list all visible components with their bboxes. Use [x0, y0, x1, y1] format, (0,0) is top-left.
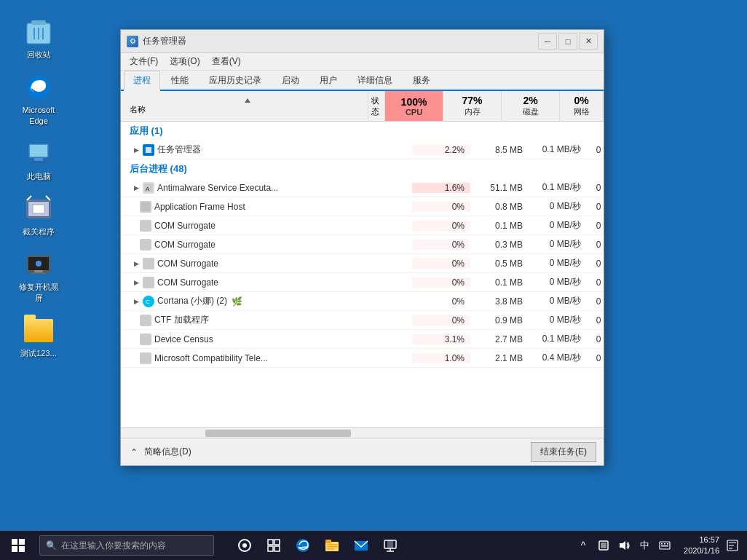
table-row[interactable]: CTF 加载程序 0% 0.9 MB 0 MB/秒 0 Mbps: [121, 311, 604, 330]
repair-icon[interactable]: 修复开机黑屏: [13, 247, 64, 306]
menu-file[interactable]: 文件(F): [124, 54, 164, 70]
proc-icon-ctf: [140, 315, 151, 326]
proc-cpu: 0%: [412, 277, 470, 288]
proc-cpu: 3.1%: [412, 334, 470, 344]
table-row[interactable]: ▶ 任务管理器 2.2% 8.5 MB 0.1 MB/秒 0 Mbps: [121, 141, 604, 159]
col-status[interactable]: 状态: [368, 91, 385, 121]
proc-icon-com3: [143, 258, 154, 269]
net-label: 网络: [574, 106, 590, 117]
proc-disk: 0 MB/秒: [529, 257, 587, 269]
svg-line-13: [27, 196, 31, 200]
screenshot-icon[interactable]: 截关程序: [13, 192, 64, 240]
system-clock[interactable]: 16:57 2020/1/16: [684, 535, 719, 557]
summary-label: 简略信息(D): [144, 446, 191, 458]
h-scrollbar-thumb[interactable]: [205, 430, 351, 437]
expand-icon[interactable]: ▶: [133, 184, 140, 192]
svg-line-38: [299, 547, 307, 548]
proc-icon-appframe: [140, 201, 151, 213]
proc-memory: 2.7 MB: [470, 334, 529, 344]
col-cpu[interactable]: 100% CPU: [385, 91, 443, 121]
edge-icon[interactable]: Microsoft Edge: [13, 70, 64, 129]
table-row[interactable]: ▶ C Cortana (小娜) (2) 🌿 0% 3.8 MB 0 MB/秒 …: [121, 292, 604, 311]
col-name[interactable]: 名称: [121, 91, 368, 121]
tray-tablet-icon[interactable]: [596, 538, 611, 553]
taskview-icon[interactable]: [232, 532, 258, 559]
svg-rect-35: [268, 546, 273, 551]
section-background: 后台进程 (48): [121, 159, 604, 178]
svg-rect-12: [33, 205, 44, 213]
end-task-button[interactable]: 结束任务(E): [531, 442, 596, 462]
process-name-mstele: Microsoft Compatibility Tele...: [121, 352, 368, 364]
proc-network: 0 Mbps: [587, 240, 604, 250]
svg-rect-59: [729, 545, 734, 546]
mem-label: 内存: [465, 106, 481, 117]
screenshot-label: 截关程序: [23, 226, 55, 237]
multiwindow-icon[interactable]: [261, 532, 287, 559]
tab-performance[interactable]: 性能: [162, 71, 198, 90]
tray-caret-icon[interactable]: ^: [576, 538, 590, 553]
col-network[interactable]: 0% 网络: [560, 91, 604, 121]
table-row[interactable]: Application Frame Host 0% 0.8 MB 0 MB/秒 …: [121, 197, 604, 216]
proc-network: 0 Mbps: [587, 145, 604, 155]
folder-icon-desktop[interactable]: 测试123...: [13, 313, 64, 361]
proc-disk: 0.1 MB/秒: [529, 143, 587, 156]
col-memory[interactable]: 77% 内存: [443, 91, 502, 121]
table-row[interactable]: ▶ COM Surrogate 0% 0.1 MB 0 MB/秒 0 Mbps: [121, 273, 604, 292]
proc-disk: 0 MB/秒: [529, 238, 587, 251]
table-row[interactable]: COM Surrogate 0% 0.3 MB 0 MB/秒 0 Mbps: [121, 235, 604, 254]
expand-icon[interactable]: ▶: [133, 146, 140, 154]
summary-arrow-icon[interactable]: ⌃: [128, 446, 140, 458]
svg-rect-33: [268, 540, 273, 545]
table-row[interactable]: Device Census 3.1% 2.7 MB 0.1 MB/秒 0 Mbp…: [121, 330, 604, 349]
recycle-bin-label: 回收站: [27, 50, 51, 60]
svg-rect-28: [19, 539, 25, 545]
taskbar-tray: ^ 中: [576, 535, 747, 557]
horizontal-scrollbar[interactable]: [121, 427, 604, 438]
edge-taskbar-icon[interactable]: [290, 532, 316, 559]
menu-view[interactable]: 查看(V): [206, 54, 247, 70]
volume-icon[interactable]: [617, 538, 631, 553]
svg-rect-43: [327, 548, 334, 550]
mail-taskbar-icon[interactable]: [348, 532, 374, 559]
proc-disk: 0 MB/秒: [529, 276, 587, 288]
tab-services[interactable]: 服务: [403, 71, 440, 90]
process-list[interactable]: 应用 (1) ▶ 任务管理器 2.2% 8.5 MB 0.1 MB/秒 0 Mb…: [121, 122, 604, 427]
tab-startup[interactable]: 启动: [272, 71, 309, 90]
notification-icon[interactable]: [725, 538, 740, 553]
svg-rect-7: [30, 145, 47, 157]
menu-options[interactable]: 选项(O): [164, 54, 205, 70]
network-taskbar-icon[interactable]: [377, 532, 403, 559]
table-row[interactable]: ▶ COM Surrogate 0% 0.5 MB 0 MB/秒 0 Mbps: [121, 254, 604, 273]
close-button[interactable]: ✕: [579, 33, 598, 50]
maximize-button[interactable]: □: [558, 33, 577, 50]
proc-memory: 2.1 MB: [470, 353, 529, 363]
explorer-taskbar-icon[interactable]: [319, 532, 345, 559]
taskbar-search[interactable]: 🔍 在这里输入你要搜索的内容: [39, 535, 214, 556]
proc-icon-com4: [143, 277, 154, 288]
minimize-button[interactable]: ─: [538, 33, 557, 50]
disk-percent: 2%: [523, 95, 537, 106]
proc-icon-mstele: [140, 352, 151, 364]
start-button[interactable]: [0, 531, 36, 560]
expand-icon[interactable]: ▶: [133, 298, 140, 305]
ime-icon[interactable]: 中: [637, 538, 652, 553]
keyboard-icon[interactable]: [657, 538, 672, 553]
proc-memory: 0.5 MB: [470, 259, 529, 269]
col-disk[interactable]: 2% 磁盘: [502, 91, 560, 121]
expand-icon[interactable]: ▶: [133, 260, 140, 267]
table-row[interactable]: ▶ A Antimalware Service Executa... 1.6% …: [121, 178, 604, 197]
table-row[interactable]: Microsoft Compatibility Tele... 1.0% 2.1…: [121, 349, 604, 368]
process-name-devicecensus: Device Census: [121, 334, 368, 345]
process-name-com2: COM Surrogate: [121, 239, 368, 251]
folder-label: 测试123...: [20, 348, 57, 358]
table-row[interactable]: COM Surrogate 0% 0.1 MB 0 MB/秒 0 Mbps: [121, 216, 604, 235]
this-pc-icon[interactable]: 此电脑: [13, 136, 64, 184]
svg-text:A: A: [146, 186, 150, 192]
proc-name-text: Microsoft Compatibility Tele...: [154, 353, 268, 363]
tab-process[interactable]: 进程: [124, 71, 160, 91]
tab-details[interactable]: 详细信息: [348, 71, 402, 90]
expand-icon[interactable]: ▶: [133, 279, 140, 286]
tab-history[interactable]: 应用历史记录: [199, 71, 271, 90]
recycle-bin-icon[interactable]: 回收站: [13, 15, 64, 63]
tab-users[interactable]: 用户: [310, 71, 347, 90]
